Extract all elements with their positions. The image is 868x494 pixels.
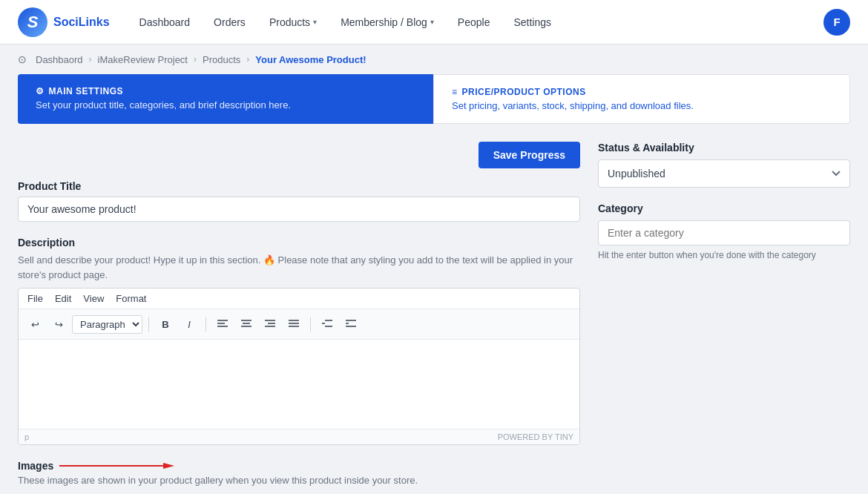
nav-products[interactable]: Products ▾ — [269, 16, 317, 28]
content-right: Status & Availablity Unpublished Publish… — [598, 142, 850, 275]
bold-button[interactable]: B — [155, 314, 176, 335]
toolbar-sep-1 — [148, 317, 149, 332]
breadcrumb-sep-2: › — [194, 54, 197, 65]
align-justify-button[interactable] — [283, 314, 304, 335]
product-title-section: Product Title — [18, 180, 580, 222]
description-section: Description Sell and describe your produ… — [18, 237, 580, 445]
align-right-button[interactable] — [260, 314, 280, 335]
images-arrow-icon — [59, 461, 178, 471]
product-title-input[interactable] — [18, 197, 580, 222]
panels-row: ⚙ MAIN SETTINGS Set your product title, … — [18, 74, 850, 124]
indent-button[interactable] — [341, 314, 361, 335]
gear-icon: ⚙ — [36, 86, 45, 96]
images-section: Images These images are shown in your pr… — [18, 460, 580, 486]
save-button[interactable]: Save Progress — [479, 142, 580, 168]
align-center-button[interactable] — [236, 314, 257, 335]
nav-membership-blog[interactable]: Membership / Blog ▾ — [341, 16, 434, 28]
category-section: Category Hit the enter button when you'r… — [598, 202, 850, 260]
main-settings-panel[interactable]: ⚙ MAIN SETTINGS Set your product title, … — [18, 74, 433, 124]
editor-body[interactable] — [19, 340, 579, 429]
navbar: S SociLinks Dashboard Orders Products ▾ … — [0, 0, 868, 45]
price-options-panel[interactable]: ≡ PRICE/PRODUCT OPTIONS Set pricing, var… — [433, 74, 850, 124]
main-settings-desc: Set your product title, categories, and … — [36, 99, 415, 111]
nav-links: Dashboard Orders Products ▾ Membership /… — [139, 16, 823, 28]
undo-button[interactable]: ↩ — [24, 314, 45, 335]
sliders-icon: ≡ — [452, 87, 458, 97]
toolbar-sep-3 — [310, 317, 311, 332]
rich-text-editor[interactable]: File Edit View Format ↩ ↪ Paragraph Head… — [18, 288, 580, 445]
editor-toolbar: ↩ ↪ Paragraph Heading 1 Heading 2 B I — [19, 309, 579, 340]
price-options-title: ≡ PRICE/PRODUCT OPTIONS — [452, 87, 832, 97]
main-settings-title: ⚙ MAIN SETTINGS — [36, 86, 415, 96]
logo-icon: S — [18, 7, 47, 37]
svg-marker-17 — [163, 463, 174, 469]
breadcrumb-home-icon: ⊙ — [18, 53, 27, 65]
status-select[interactable]: Unpublished Published — [598, 159, 850, 188]
breadcrumb: ⊙ Dashbaord › iMakeReview Project › Prod… — [0, 45, 868, 74]
images-label: Images — [18, 460, 580, 472]
user-avatar[interactable]: F — [823, 9, 850, 36]
category-label: Category — [598, 202, 850, 214]
editor-menu-format[interactable]: Format — [116, 293, 146, 304]
nav-dashboard[interactable]: Dashboard — [139, 16, 191, 28]
breadcrumb-project[interactable]: iMakeReview Project — [98, 54, 188, 65]
top-row: Save Progress — [18, 142, 580, 180]
category-hint: Hit the enter button when you're done wi… — [598, 250, 850, 260]
nav-people[interactable]: People — [458, 16, 490, 28]
status-section: Status & Availablity Unpublished Publish… — [598, 142, 850, 188]
editor-menu-view[interactable]: View — [83, 293, 104, 304]
italic-button[interactable]: I — [179, 314, 200, 335]
editor-footer: p POWERED BY TINY — [19, 429, 579, 444]
format-select[interactable]: Paragraph Heading 1 Heading 2 — [72, 315, 142, 334]
breadcrumb-sep-1: › — [89, 54, 92, 65]
toolbar-sep-2 — [206, 317, 206, 332]
product-title-label: Product Title — [18, 180, 580, 192]
nav-orders[interactable]: Orders — [214, 16, 246, 28]
editor-menubar: File Edit View Format — [19, 289, 579, 309]
description-label: Description — [18, 237, 580, 248]
price-options-desc: Set pricing, variants, stock, shipping, … — [452, 100, 832, 111]
description-text: Sell and describe your product! Hype it … — [18, 253, 580, 282]
main-content: Save Progress Product Title Description … — [0, 124, 868, 494]
breadcrumb-current: Your Awesome Product! — [255, 54, 366, 65]
status-label: Status & Availablity — [598, 142, 850, 154]
editor-tag-indicator: p — [24, 432, 29, 441]
breadcrumb-dashboard[interactable]: Dashbaord — [36, 54, 83, 65]
content-left: Save Progress Product Title Description … — [18, 142, 580, 486]
category-input[interactable] — [598, 220, 850, 246]
nav-settings[interactable]: Settings — [513, 16, 551, 28]
editor-menu-file[interactable]: File — [27, 293, 43, 304]
redo-button[interactable]: ↪ — [48, 314, 69, 335]
editor-powered-by: POWERED BY TINY — [498, 432, 573, 441]
breadcrumb-sep-3: › — [246, 54, 249, 65]
logo-text: SociLinks — [53, 16, 110, 29]
align-left-button[interactable] — [212, 314, 233, 335]
breadcrumb-products[interactable]: Products — [203, 54, 240, 65]
logo[interactable]: S SociLinks — [18, 7, 110, 37]
outdent-button[interactable] — [317, 314, 338, 335]
products-chevron-icon: ▾ — [313, 18, 317, 26]
editor-menu-edit[interactable]: Edit — [55, 293, 71, 304]
images-desc: These images are shown in your product g… — [18, 475, 580, 486]
membership-chevron-icon: ▾ — [430, 18, 434, 26]
